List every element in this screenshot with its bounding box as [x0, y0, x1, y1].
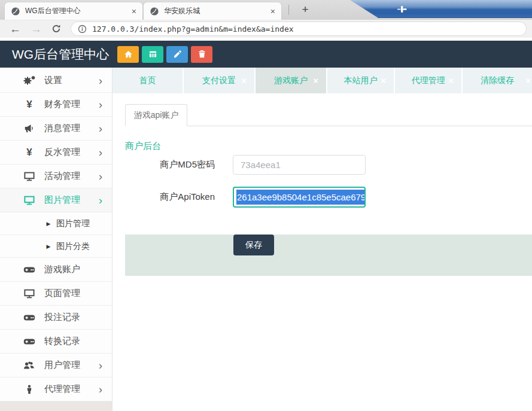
trash-icon	[197, 50, 206, 59]
save-button[interactable]: 保存	[233, 235, 274, 255]
tab-clear-cache[interactable]: 清除缓存 ×	[463, 68, 532, 93]
tab-home[interactable]: 首页	[113, 68, 184, 93]
sidebar-item-label: 用户管理	[44, 360, 80, 371]
sidebar-item-agents[interactable]: 代理管理 ›	[0, 377, 112, 401]
app-header: WG后台管理中心	[0, 41, 532, 68]
gears-icon	[22, 75, 37, 86]
tab-label: 游戏账户	[274, 75, 308, 86]
grid-button[interactable]	[142, 46, 163, 63]
tab-close-icon[interactable]: ×	[313, 75, 318, 86]
bullhorn-icon	[22, 124, 37, 133]
browser-tabstrip: WG后台管理中心 × 华安娱乐城 × +	[0, 0, 532, 20]
sidebar-item-bet-records[interactable]: 投注记录	[0, 306, 112, 330]
tab-label: 代理管理	[412, 75, 445, 86]
chevron-right-icon: ›	[99, 194, 102, 206]
apitoken-input[interactable]: 261a3ee9b8504e1c85e5cae679	[233, 187, 366, 208]
sidebar-item-finance[interactable]: ¥ 财务管理 ›	[0, 93, 112, 117]
edit-button[interactable]	[166, 46, 188, 63]
sidebar-item-messages[interactable]: 消息管理 ›	[0, 117, 112, 141]
save-bar: 保存	[125, 235, 532, 276]
tab-close-icon[interactable]: ×	[241, 75, 247, 86]
form-row-md5: 商户MD5密码	[125, 155, 532, 175]
browser-addressbar: ← → 127.0.0.3/index.php?g=admin&m=index&…	[0, 20, 532, 38]
apitoken-selected-text: 261a3ee9b8504e1c85e5cae679	[236, 190, 366, 205]
new-tab-button[interactable]: +	[297, 1, 314, 18]
tab-close-icon[interactable]: ×	[132, 7, 136, 16]
delete-button[interactable]	[191, 46, 212, 63]
pencil-icon	[173, 50, 182, 59]
sidebar-item-game-accounts[interactable]: 游戏账户	[0, 258, 112, 282]
sidebar-item-label: 图片管理	[44, 194, 80, 206]
tab-label: 清除缓存	[481, 75, 514, 86]
yen-icon: ¥	[22, 147, 37, 159]
tab-payment-settings[interactable]: 支付设置 ×	[184, 68, 256, 93]
sidebar-item-label: 转换记录	[44, 336, 80, 347]
tab-close-icon[interactable]: ×	[381, 75, 386, 86]
gamepad-icon	[22, 313, 37, 322]
tab-close-icon[interactable]: ×	[270, 7, 275, 16]
sidebar-subitem-image-category[interactable]: ▶ 图片分类	[0, 235, 112, 258]
content: 首页 支付设置 × 游戏账户 × 本站用户 × 代理管理 ×	[113, 68, 532, 411]
browser-tab-admin[interactable]: WG后台管理中心 ×	[5, 2, 142, 20]
sidebar-item-label: 页面管理	[44, 288, 80, 299]
tab-label: 支付设置	[202, 75, 236, 86]
globe-favicon-icon	[150, 7, 159, 16]
forward-button[interactable]: →	[31, 23, 42, 35]
desktop-icon	[22, 196, 37, 205]
sidebar-item-images[interactable]: 图片管理 ›	[0, 188, 112, 212]
sidebar-item-activities[interactable]: 活动管理 ›	[0, 165, 112, 188]
desktop-icon	[22, 172, 37, 181]
sidebar-item-transfer-records[interactable]: 转换记录	[0, 330, 112, 354]
reload-button[interactable]	[51, 24, 61, 34]
subtab-game-api-account[interactable]: 游戏api账户	[125, 104, 187, 126]
chevron-right-icon: ›	[99, 99, 102, 110]
tab-close-icon[interactable]: ×	[525, 75, 531, 86]
sidebar-item-settings[interactable]: 设置 ›	[0, 69, 112, 93]
tab-label: 本站用户	[344, 75, 378, 86]
panel-body: 游戏api账户 商户后台 商户MD5密码 商户ApiToken 261a3ee9…	[113, 93, 532, 411]
sidebar-item-label: 代理管理	[44, 383, 80, 395]
sidebar-item-users[interactable]: 用户管理 ›	[0, 354, 112, 377]
home-button[interactable]	[117, 46, 139, 63]
chevron-right-icon: ›	[99, 383, 102, 395]
back-button[interactable]: ←	[10, 23, 21, 35]
url-text: 127.0.0.3/index.php?g=admin&m=index&a=in…	[92, 25, 294, 34]
workspace-tabbar: 首页 支付设置 × 游戏账户 × 本站用户 × 代理管理 ×	[113, 68, 532, 93]
main: 设置 › ¥ 财务管理 › 消息管理 › ¥ 反水管理 › 活动管理 ›	[0, 68, 532, 411]
info-icon[interactable]	[78, 25, 87, 34]
sidebar-item-pages[interactable]: 页面管理	[0, 282, 112, 306]
gamepad-icon	[22, 337, 37, 346]
background-window-titlebar	[350, 0, 532, 18]
home-icon	[124, 50, 133, 59]
globe-favicon-icon	[11, 7, 20, 16]
sidebar-item-label: 设置	[44, 75, 62, 86]
apitoken-label: 商户ApiToken	[125, 191, 215, 203]
gamepad-icon	[22, 266, 37, 274]
url-field[interactable]: 127.0.0.3/index.php?g=admin&m=index&a=in…	[71, 22, 527, 36]
form-row-apitoken: 商户ApiToken 261a3ee9b8504e1c85e5cae679	[125, 187, 532, 208]
desktop-icon	[22, 289, 37, 299]
tab-close-icon[interactable]: ×	[448, 75, 454, 86]
tab-site-users[interactable]: 本站用户 ×	[327, 68, 395, 93]
sidebar-item-label: 活动管理	[44, 171, 80, 182]
sidebar-item-rebate[interactable]: ¥ 反水管理 ›	[0, 141, 112, 165]
browser-tab-site[interactable]: 华安娱乐城 ×	[144, 2, 281, 20]
browser-tab-title: WG后台管理中心	[25, 6, 127, 16]
sidebar-item-label: 图片分类	[56, 241, 90, 252]
tab-separator	[288, 5, 289, 15]
sidebar-item-label: 游戏账户	[44, 264, 80, 275]
chevron-right-icon: ›	[99, 75, 102, 86]
person-icon	[22, 385, 37, 394]
sidebar-filler	[0, 401, 112, 411]
chevron-right-icon: ›	[99, 123, 102, 134]
pin-icon	[397, 5, 408, 14]
app-title: WG后台管理中心	[12, 46, 109, 63]
md5-password-input[interactable]	[233, 155, 366, 175]
tab-agents[interactable]: 代理管理 ×	[395, 68, 463, 93]
sidebar-item-label: 投注记录	[44, 312, 80, 323]
sidebar-subitem-image-manage[interactable]: ▶ 图片管理	[0, 212, 112, 235]
header-buttons	[117, 46, 212, 63]
merchant-backend-link[interactable]: 商户后台	[125, 141, 161, 152]
tab-game-accounts[interactable]: 游戏账户 ×	[256, 68, 327, 93]
sidebar-item-label: 图片管理	[56, 218, 90, 229]
